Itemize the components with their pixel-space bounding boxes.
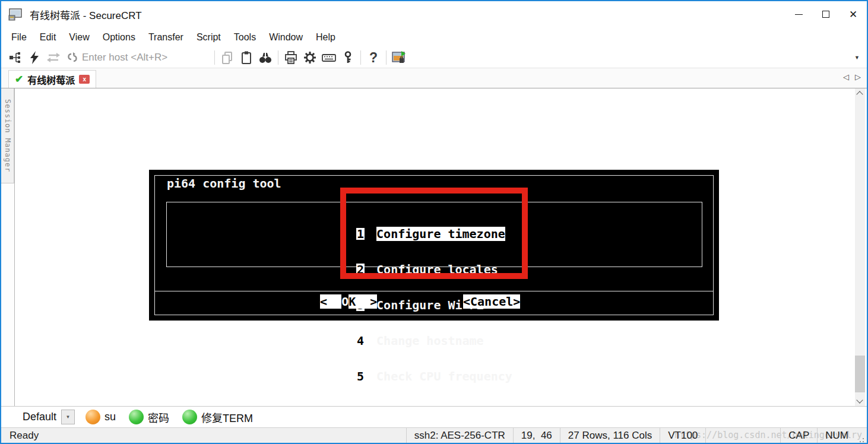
button-bar: Default ▼ su 密码 修复TERM: [1, 406, 867, 427]
toolbar-separator: [214, 50, 215, 65]
menu-item-change-hostname[interactable]: 4Change hostname: [356, 335, 512, 347]
toolbar-separator: [278, 50, 278, 65]
tab-scroll-left-icon[interactable]: ◁: [843, 72, 849, 81]
main-area: Session Manager pi64 config tool 1Config…: [1, 88, 867, 406]
menu-script[interactable]: Script: [190, 27, 227, 47]
session-manager-panel-label: Session Manager: [4, 99, 12, 172]
securecrt-window: 有线树莓派 - SecureCRT ✕ File Edit View Optio…: [0, 0, 868, 444]
toolbar: ? ▼: [1, 47, 867, 68]
disconnect-icon[interactable]: [63, 49, 82, 66]
chevron-down-icon: ▼: [66, 414, 71, 420]
orange-ball-icon: [85, 410, 100, 424]
status-emulation: VT100: [660, 428, 705, 443]
menu-tools[interactable]: Tools: [227, 27, 262, 47]
side-strip: Session Manager: [1, 88, 14, 406]
tab-close-icon[interactable]: x: [79, 75, 90, 84]
profile-label: Default: [23, 411, 56, 423]
find-icon[interactable]: [256, 49, 275, 66]
session-manager-icon[interactable]: [6, 49, 25, 66]
button-fix-term[interactable]: 修复TERM: [182, 410, 253, 425]
status-caps-lock: CAP: [780, 428, 817, 443]
quick-connect-icon[interactable]: [25, 49, 44, 66]
ok-button[interactable]: < OK >: [320, 296, 377, 307]
help-icon[interactable]: ?: [364, 49, 383, 66]
tab-scroll-right-icon[interactable]: ▷: [855, 72, 861, 81]
menu-options[interactable]: Options: [96, 27, 142, 47]
window-title: 有线树莓派 - SecureCRT: [30, 7, 142, 22]
status-bar: Ready https://blog.csdn.net/bolingcavalr…: [1, 427, 867, 443]
scroll-down-icon[interactable]: [855, 396, 865, 406]
menu-view[interactable]: View: [62, 27, 96, 47]
keyboard-icon[interactable]: [319, 49, 338, 66]
green-ball-icon: [129, 410, 144, 424]
print-icon[interactable]: [281, 49, 300, 66]
menu-bar: File Edit View Options Transfer Script T…: [1, 27, 867, 47]
menu-help[interactable]: Help: [309, 27, 342, 47]
status-cipher: ssh2: AES-256-CTR: [406, 428, 513, 443]
minimize-icon[interactable]: [785, 1, 812, 27]
copy-icon[interactable]: [218, 49, 237, 66]
resize-grip[interactable]: [856, 428, 867, 443]
status-rows-cols: 27 Rows, 116 Cols: [560, 428, 660, 443]
profile-dropdown[interactable]: ▼: [61, 410, 75, 424]
status-num-lock: NUM: [817, 428, 856, 443]
close-icon[interactable]: ✕: [840, 1, 867, 27]
status-spacer: [705, 428, 780, 443]
session-tab[interactable]: ✔ 有线树莓派 x: [8, 70, 96, 88]
cancel-button[interactable]: <Cancel>: [463, 296, 520, 307]
menu-window[interactable]: Window: [262, 27, 309, 47]
toolbar-overflow-icon[interactable]: ▼: [854, 55, 860, 61]
button-su[interactable]: su: [85, 410, 116, 424]
scroll-up-icon[interactable]: [855, 88, 865, 99]
menu-item-check-cpu-frequency[interactable]: 5Check CPU frequency: [356, 370, 512, 382]
button-password[interactable]: 密码: [129, 410, 169, 425]
status-cursor-position: 19, 46: [513, 428, 560, 443]
tab-bar: ✔ 有线树莓派 x ◁ ▷: [1, 68, 867, 88]
toolbar-separator: [386, 50, 387, 65]
connected-check-icon: ✔: [15, 73, 23, 85]
host-input[interactable]: [82, 52, 211, 64]
terminal-screen[interactable]: pi64 config tool 1Configure timezone 2Co…: [14, 88, 854, 406]
session-options-icon[interactable]: [389, 49, 408, 66]
session-manager-panel-tab[interactable]: Session Manager: [1, 88, 14, 183]
gear-icon[interactable]: [300, 49, 319, 66]
red-highlight-annotation: [340, 188, 528, 279]
menu-edit[interactable]: Edit: [33, 27, 63, 47]
dialog-title: pi64 config tool: [167, 177, 281, 189]
status-ready: Ready: [1, 430, 39, 442]
menu-file[interactable]: File: [5, 27, 33, 47]
app-icon: [8, 7, 24, 21]
terminal-cursor: O: [341, 294, 349, 309]
green-ball-icon: [182, 410, 197, 424]
title-bar: 有线树莓派 - SecureCRT ✕: [1, 1, 867, 27]
paste-icon[interactable]: [237, 49, 256, 66]
key-icon[interactable]: [338, 49, 357, 66]
maximize-icon[interactable]: [812, 1, 840, 27]
toolbar-separator: [360, 50, 361, 65]
session-tab-label: 有线树莓派: [27, 72, 75, 87]
vertical-scrollbar[interactable]: [855, 88, 865, 406]
reconnect-icon[interactable]: [44, 49, 63, 66]
scrollbar-thumb[interactable]: [855, 356, 865, 392]
menu-transfer[interactable]: Transfer: [142, 27, 190, 47]
